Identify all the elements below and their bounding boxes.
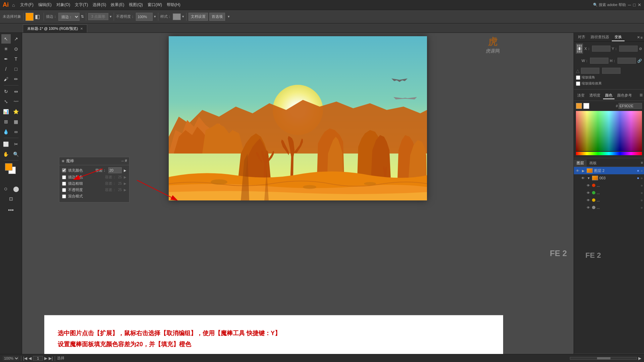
direct-select-tool[interactable]: ↗ <box>11 34 21 44</box>
active-color-bg[interactable] <box>583 103 589 109</box>
layer-eye-003[interactable]: 👁 <box>581 176 585 180</box>
panel-minimize[interactable]: ─ <box>121 159 124 163</box>
opacity-checkbox[interactable] <box>62 188 66 192</box>
zoom-tool[interactable]: 🔍 <box>11 149 21 159</box>
transform-h-input[interactable] <box>618 58 636 64</box>
page-last[interactable]: ▶| <box>49 356 53 361</box>
pencil-tool[interactable]: ✏ <box>11 74 21 84</box>
scale-effects-cb[interactable] <box>576 81 580 86</box>
home-icon[interactable]: ⌂ <box>12 2 15 8</box>
warp-tool[interactable]: 〰 <box>11 97 21 106</box>
page-input[interactable] <box>33 356 43 361</box>
layer-item-gray[interactable]: 👁 ... ○ <box>574 204 644 211</box>
style-swatch[interactable] <box>173 13 181 20</box>
artboard-tab[interactable]: 画板 <box>587 160 599 167</box>
layer-lock-red[interactable]: ○ <box>641 184 643 187</box>
transform-y-input[interactable] <box>619 46 638 52</box>
symbol-tool[interactable]: ⭐ <box>11 107 21 116</box>
mesh-tool[interactable]: ⊞ <box>1 117 11 126</box>
normal-mode[interactable]: ○ <box>1 184 11 193</box>
scale-tool[interactable]: ⤡ <box>1 97 11 106</box>
scroll-indicator[interactable] <box>570 357 637 360</box>
line-tool[interactable]: / <box>1 64 11 74</box>
layers-tab[interactable]: 图层 <box>574 160 587 167</box>
layer-eye-yellow[interactable]: 👁 <box>586 198 591 202</box>
doc-settings-btn[interactable]: 文档设置 <box>189 13 208 21</box>
layer-eye-2[interactable]: 👁 <box>575 168 580 173</box>
search-icon[interactable]: 🔍 搜索 adobe 帮助 <box>593 2 626 7</box>
reflect-tool[interactable]: ⇔ <box>11 87 21 96</box>
transform-tab[interactable]: 变换 <box>612 34 625 41</box>
fill-color-swatch[interactable] <box>25 13 34 21</box>
layer-lock-003[interactable]: ○ <box>641 176 643 180</box>
selection-tool[interactable]: ↖ <box>1 34 11 44</box>
color-tab-transparency[interactable]: 透明度 <box>587 92 602 99</box>
rotate-tool[interactable]: ↻ <box>1 87 11 96</box>
color-panel-menu[interactable]: ≡ <box>640 92 643 99</box>
menu-window[interactable]: 窗口(W) <box>146 1 164 8</box>
layer-item-green[interactable]: 👁 ... ○ <box>574 189 644 196</box>
slice-tool[interactable]: ✂ <box>11 139 21 149</box>
hex-input[interactable] <box>619 103 642 109</box>
layer-item-red[interactable]: 👁 ... ○ <box>574 182 644 189</box>
stroke-width-checkbox[interactable] <box>62 182 66 186</box>
layer-lock-yellow[interactable]: ○ <box>641 198 643 202</box>
brush-tool[interactable]: 🖌 <box>1 74 11 84</box>
color-tab-swatches[interactable]: 颜色参考 <box>615 92 634 99</box>
layers-menu[interactable]: ≡ <box>640 160 644 167</box>
zoom-select[interactable]: 100% <box>3 356 19 361</box>
pen-tool[interactable]: ✒ <box>1 54 11 64</box>
type-tool[interactable]: T <box>11 54 21 64</box>
stroke-color-checkbox[interactable] <box>62 175 66 179</box>
foreground-color[interactable] <box>5 163 12 171</box>
layer-lock-2[interactable]: ○ <box>641 169 643 173</box>
pathfinder-tab[interactable]: 路径查找器 <box>588 34 612 41</box>
fill-tolerance-arrow[interactable]: ▶ <box>124 169 126 172</box>
layer-item-003[interactable]: 👁 ▼ 003 ● ○ <box>574 174 644 182</box>
no-transform-icon[interactable]: ⊘ <box>639 47 642 51</box>
opacity-arrow[interactable]: ▾ <box>154 14 156 19</box>
color-tab-saturation[interactable]: 淡变 <box>575 92 587 99</box>
page-first[interactable]: |◀ <box>23 356 27 361</box>
screen-mode[interactable]: ⊡ <box>6 194 16 203</box>
active-color-fg[interactable] <box>576 103 582 109</box>
mask-mode[interactable]: ⬤ <box>11 184 21 193</box>
eyedropper-tool[interactable]: 💧 <box>1 127 11 136</box>
rect-tool[interactable]: □ <box>11 64 21 74</box>
transform-shear-input[interactable] <box>602 68 621 74</box>
magic-wand-tool[interactable]: ✳ <box>1 44 11 54</box>
lasso-tool[interactable]: ⊙ <box>11 44 21 54</box>
menu-object[interactable]: 对象(O) <box>54 1 72 8</box>
menu-view[interactable]: 视图(Q) <box>127 1 145 8</box>
point-type-arrow[interactable]: ▾ <box>110 14 112 19</box>
layer-item-2[interactable]: 👁 ▶ 图层 2 ● ○ <box>574 167 644 174</box>
opacity-input[interactable] <box>136 13 153 21</box>
transform-angle-input[interactable] <box>581 68 599 74</box>
preferences-arrow[interactable]: ▾ <box>228 14 230 19</box>
stroke-mode-icon[interactable]: ◧ <box>35 13 42 20</box>
menu-file[interactable]: 文件(F) <box>18 1 35 8</box>
color-spectrum[interactable] <box>576 111 642 151</box>
up-down-arrow[interactable]: ⇅ <box>81 14 84 19</box>
page-next[interactable]: ▶ <box>44 356 47 361</box>
menu-help[interactable]: 帮助(H) <box>165 1 182 8</box>
panel-menu-btn[interactable]: ≡ <box>125 158 127 162</box>
transform-x-input[interactable] <box>592 46 610 52</box>
layer-item-yellow[interactable]: 👁 ... ○ <box>574 196 644 204</box>
graph-tool[interactable]: 📊 <box>1 107 11 116</box>
blend-mode-checkbox[interactable] <box>62 194 66 198</box>
grid-icon[interactable] <box>576 44 583 54</box>
window-maximize[interactable]: □ <box>633 2 636 7</box>
color-tab-color[interactable]: 颜色 <box>603 92 614 99</box>
preferences-btn[interactable]: 首选项 <box>209 13 225 21</box>
page-prev[interactable]: ◀ <box>29 356 32 361</box>
layer-eye-gray[interactable]: 👁 <box>586 205 591 210</box>
menu-text[interactable]: 文字(T) <box>73 1 90 8</box>
fill-tolerance-input[interactable] <box>108 167 122 173</box>
panel-right-close[interactable]: ✕ <box>637 35 640 40</box>
blend-tool[interactable]: ∞ <box>11 127 21 136</box>
window-minimize[interactable]: ─ <box>628 2 631 7</box>
link-icon[interactable]: 🔗 <box>637 59 642 63</box>
document-tab[interactable]: 未标题-1* @ 100% (RGB/预览) ✕ <box>23 24 87 33</box>
layer-lock-gray[interactable]: ○ <box>641 206 643 209</box>
